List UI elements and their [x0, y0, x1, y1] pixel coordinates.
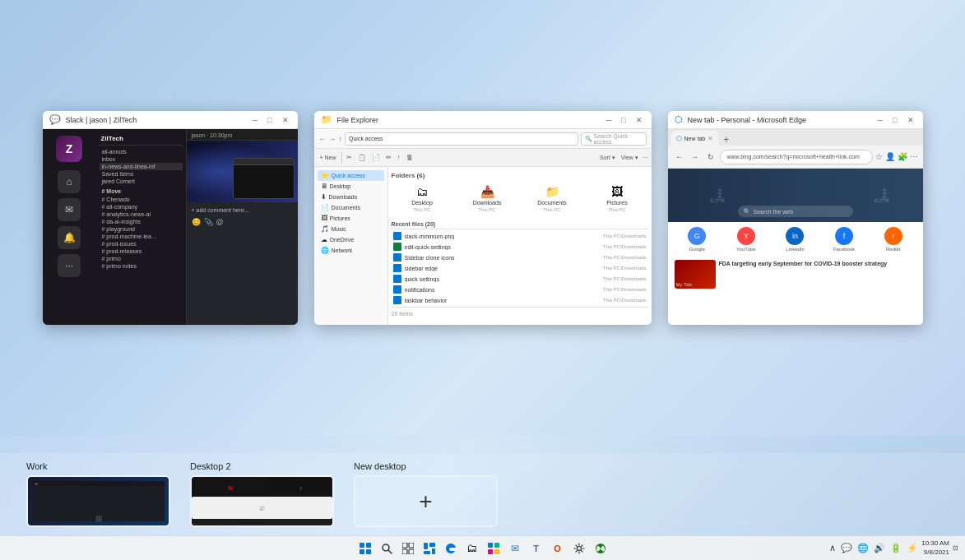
explorer-up-btn[interactable]: ↑ — [339, 135, 343, 143]
explorer-onedrive[interactable]: ☁ OneDrive — [318, 234, 384, 245]
xbox-button[interactable] — [592, 539, 610, 558]
notification-btn[interactable]: ⊡ — [951, 544, 960, 552]
recent-item-3[interactable]: Sidebar clone icons This PC\Downloads — [392, 252, 648, 262]
slack-emoji-btn[interactable]: 😊 — [192, 218, 201, 226]
explorer-forward-btn[interactable]: → — [329, 135, 336, 143]
slack-window[interactable]: 💬 Slack | jason | ZilTech ─ □ ✕ Z ⌂ ✉ 🔔 … — [43, 111, 298, 325]
chat-icon[interactable]: 💬 — [839, 543, 854, 553]
recent-item-5[interactable]: quick settings This PC\Downloads — [392, 274, 648, 284]
new-desktop-thumb[interactable]: + — [354, 475, 498, 527]
explorer-more-btn[interactable]: ··· — [643, 154, 648, 161]
explorer-pictures[interactable]: 🖼 Pictures — [318, 213, 384, 224]
edge-search-overlay[interactable]: 🔍 Search the web — [738, 206, 853, 217]
edge-refresh-btn[interactable]: ↻ — [704, 150, 717, 164]
edge-shortcut-label-3: LinkedIn — [786, 247, 805, 252]
edge-forward-btn[interactable]: → — [689, 150, 702, 164]
edge-account-btn[interactable]: 👤 — [885, 152, 895, 161]
file-explorer-button[interactable]: 🗂 — [463, 539, 481, 558]
battery-icon[interactable]: 🔋 — [888, 543, 903, 553]
folder-desktop[interactable]: 🗂 Desktop This PC — [392, 183, 453, 215]
edge-maximize[interactable]: □ — [890, 116, 899, 124]
explorer-paste-btn[interactable]: 📄 — [370, 154, 382, 161]
edge-shortcut-5[interactable]: r Reddit — [870, 227, 916, 252]
edge-shortcut-2[interactable]: Y YouTube — [723, 227, 769, 252]
edge-shortcut-3[interactable]: in LinkedIn — [772, 227, 819, 252]
desktop2-thumb[interactable]: N ♪ 📰 — [190, 475, 334, 527]
edge-shortcut-label-4: Facebook — [833, 247, 855, 252]
explorer-minimize[interactable]: ─ — [604, 116, 614, 124]
edge-tab-close[interactable]: ✕ — [708, 135, 713, 142]
explorer-downloads[interactable]: ⬇ Downloads — [318, 192, 384, 202]
explorer-sort-btn[interactable]: Sort ▾ — [598, 155, 617, 161]
explorer-documents[interactable]: 📄 Documents — [318, 202, 384, 213]
teams-button[interactable]: T — [527, 539, 545, 558]
recent-item-2[interactable]: edit-quick-settings This PC\Downloads — [392, 242, 648, 252]
network-tray-icon[interactable]: 🌐 — [856, 543, 870, 553]
task-view-button[interactable] — [399, 539, 417, 558]
desktop-work-thumb[interactable]: ⊞ — [26, 475, 170, 527]
volume-icon[interactable]: 🔊 — [872, 543, 887, 553]
explorer-music[interactable]: 🎵 Music — [318, 224, 384, 234]
explorer-view-btn[interactable]: View ▾ — [619, 155, 640, 161]
slack-minimize[interactable]: ─ — [250, 116, 260, 124]
edge-address-bar[interactable]: www.bing.com/search?q=microsoft+health+l… — [720, 150, 873, 164]
slack-prod-rel: # prod-releases — [100, 248, 183, 255]
start-button[interactable] — [356, 539, 374, 558]
folder-downloads[interactable]: 📥 Downloads This PC — [457, 183, 518, 215]
explorer-new-btn[interactable]: + New — [318, 155, 339, 160]
explorer-back-btn[interactable]: ← — [319, 135, 327, 143]
show-hidden-icons[interactable]: ∧ — [828, 543, 837, 553]
search-button[interactable] — [378, 539, 396, 558]
edge-button[interactable] — [442, 539, 460, 558]
explorer-close[interactable]: ✕ — [633, 116, 645, 124]
explorer-rename-btn[interactable]: ✏ — [384, 154, 393, 161]
recent-item-6[interactable]: notifications This PC\Downloads — [392, 285, 648, 294]
edge-new-tab-btn[interactable]: + — [720, 134, 732, 146]
folder-pictures[interactable]: 🖼 Pictures This PC — [587, 183, 648, 215]
slack-attach-btn[interactable]: 📎 — [204, 218, 213, 226]
settings-button[interactable] — [570, 539, 588, 558]
explorer-cut-btn[interactable]: ✂ — [345, 154, 354, 161]
edge-tab-new[interactable]: ⬡ New tab ✕ — [671, 131, 719, 146]
explorer-network[interactable]: 🌐 Network — [318, 245, 384, 256]
edge-back-btn[interactable]: ← — [673, 150, 686, 164]
explorer-delete-btn[interactable]: 🗑 — [405, 154, 415, 161]
slack-all-company: # all-company — [100, 203, 183, 211]
recent-item-1[interactable]: slack-minimum-png This PC\Downloads — [392, 231, 648, 241]
mail-button[interactable]: ✉ — [506, 539, 524, 558]
edge-settings-btn[interactable]: ⋯ — [910, 152, 918, 161]
edge-favorites-btn[interactable]: ☆ — [875, 152, 883, 161]
power-icon[interactable]: ⚡ — [905, 543, 920, 553]
store-button[interactable] — [485, 539, 503, 558]
edge-news-item-1[interactable]: My Tab FDA targeting early September for… — [675, 260, 916, 289]
edge-close[interactable]: ✕ — [905, 116, 916, 124]
recent-item-4[interactable]: sidebar edge This PC\Downloads — [392, 263, 648, 273]
slack-close[interactable]: ✕ — [280, 116, 291, 124]
edge-extensions-btn[interactable]: 🧩 — [898, 152, 907, 161]
slack-ch-inbox: inbox — [100, 155, 183, 163]
office-button[interactable]: O — [549, 539, 567, 558]
edge-shortcut-1[interactable]: G Google — [675, 227, 721, 252]
slack-maximize[interactable]: □ — [265, 116, 274, 124]
explorer-share-btn[interactable]: ↑ — [396, 154, 402, 161]
explorer-quick-access[interactable]: ⭐ Quick access — [318, 170, 384, 181]
desktop-icon: 🖥 — [321, 183, 327, 190]
edge-minimize[interactable]: ─ — [875, 116, 885, 124]
widgets-button[interactable] — [420, 539, 438, 558]
slack-workspace-name: ZilTech — [100, 132, 183, 146]
explorer-window[interactable]: 📁 File Explorer ─ □ ✕ ← → ↑ Quick access… — [314, 111, 652, 325]
recent-icon-5 — [393, 275, 401, 283]
explorer-maximize[interactable]: □ — [619, 116, 628, 124]
edge-window[interactable]: ⬡ New tab - Personal - Microsoft Edge ─ … — [668, 111, 923, 325]
edge-shortcut-4[interactable]: f Facebook — [821, 227, 867, 252]
explorer-search-text: Search Quick access — [594, 133, 643, 145]
explorer-search-bar[interactable]: 🔍 Search Quick access — [581, 132, 647, 146]
folder-documents[interactable]: 📁 Documents This PC — [522, 183, 583, 215]
explorer-desktop[interactable]: 🖥 Desktop — [318, 181, 384, 192]
recent-item-7[interactable]: taskbar behavior This PC\Downloads — [392, 295, 648, 305]
slack-mention-btn[interactable]: @ — [216, 218, 224, 226]
explorer-address-bar[interactable]: Quick access — [345, 132, 578, 146]
svg-rect-14 — [488, 543, 493, 548]
explorer-copy-btn[interactable]: 📋 — [356, 154, 368, 161]
taskbar-clock[interactable]: 10:30 AM 9/8/2021 — [921, 539, 949, 557]
